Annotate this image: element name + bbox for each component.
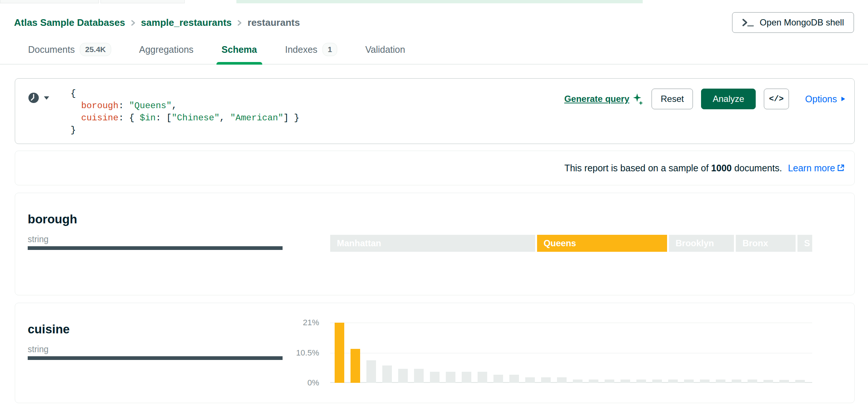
learn-more-link[interactable]: Learn more	[788, 163, 845, 174]
cuisine-bar[interactable]	[589, 380, 598, 383]
collection-header: Atlas Sample Databasessample_restaurants…	[0, 3, 868, 33]
tab-badge: 1	[322, 43, 337, 56]
cuisine-bar[interactable]	[478, 372, 487, 383]
tab-label: Documents	[28, 44, 75, 55]
cuisine-bar[interactable]	[668, 380, 678, 383]
inactive-tab-remnant	[100, 0, 185, 3]
code-toggle-button[interactable]: </>	[764, 89, 789, 109]
field-type-label[interactable]: string	[28, 234, 286, 244]
external-link-icon	[837, 164, 845, 172]
sparkle-icon	[632, 93, 643, 105]
inactive-tab-remnant	[0, 0, 99, 3]
cuisine-bar[interactable]	[541, 377, 551, 383]
open-mongodb-shell-button[interactable]: Open MongoDB shell	[732, 12, 854, 33]
cuisine-bar[interactable]	[684, 380, 694, 383]
query-code-line: {	[71, 87, 299, 100]
field-type-bar[interactable]	[28, 356, 283, 360]
query-code-line: borough: "Queens",	[71, 100, 299, 112]
tab-documents[interactable]: Documents25.4K	[26, 35, 113, 64]
query-code-line: }	[71, 124, 299, 136]
query-bar[interactable]: { borough: "Queens", cuisine: { $in: ["C…	[15, 78, 855, 144]
cuisine-bar[interactable]	[414, 369, 424, 383]
cuisine-plot	[330, 323, 812, 383]
tab-validation[interactable]: Validation	[363, 35, 407, 64]
field-name: borough	[28, 212, 286, 226]
cuisine-bar[interactable]	[716, 380, 725, 383]
tab-bar: Documents25.4KAggregationsSchemaIndexes1…	[0, 35, 868, 65]
segment-label: Brooklyn	[669, 235, 714, 252]
tab-aggregations[interactable]: Aggregations	[137, 35, 196, 64]
analyze-button[interactable]: Analyze	[701, 89, 755, 109]
cuisine-bar[interactable]	[652, 380, 662, 383]
sample-text-prefix: This report is based on a sample of	[564, 163, 711, 173]
segment-label: Manhattan	[330, 235, 381, 252]
query-bar-controls: Generate query Reset Analyze </> Options	[564, 88, 845, 110]
field-name: cuisine	[28, 322, 286, 336]
breadcrumb-item[interactable]: Atlas Sample Databases	[14, 17, 125, 28]
cuisine-bar[interactable]	[446, 372, 455, 383]
borough-segment-queens[interactable]: Queens	[537, 235, 667, 252]
terminal-icon	[742, 18, 755, 27]
cuisine-chart: 21%10.5%0%	[278, 323, 812, 383]
tab-schema[interactable]: Schema	[219, 35, 259, 64]
generate-query-label: Generate query	[564, 94, 629, 104]
reset-button[interactable]: Reset	[652, 89, 693, 109]
analyze-label: Analyze	[712, 94, 744, 104]
query-code[interactable]: { borough: "Queens", cuisine: { $in: ["C…	[71, 87, 299, 144]
sample-text-suffix: documents.	[732, 163, 782, 173]
tab-label: Aggregations	[139, 44, 194, 55]
tab-label: Schema	[222, 44, 257, 55]
cuisine-bar[interactable]	[795, 380, 805, 383]
cuisine-bar[interactable]	[700, 380, 710, 383]
field-type-label[interactable]: string	[28, 344, 286, 354]
breadcrumb: Atlas Sample Databasessample_restaurants…	[14, 17, 300, 28]
cuisine-bar[interactable]	[779, 380, 789, 383]
y-axis-label: 0%	[307, 378, 319, 388]
query-history-clock-icon[interactable]	[28, 92, 40, 104]
cuisine-bar[interactable]	[351, 349, 360, 383]
tab-label: Validation	[365, 44, 405, 55]
cuisine-bar[interactable]	[763, 380, 773, 383]
field-card-borough: borough string ManhattanQueensBrooklynBr…	[15, 193, 855, 295]
options-button[interactable]: Options	[805, 94, 845, 104]
cuisine-bar[interactable]	[557, 377, 567, 383]
query-history-control[interactable]	[28, 90, 50, 106]
cuisine-bar[interactable]	[366, 360, 376, 383]
cuisine-bar[interactable]	[430, 372, 440, 383]
cuisine-bar[interactable]	[509, 375, 519, 383]
cuisine-bar[interactable]	[493, 375, 503, 383]
cuisine-bar[interactable]	[732, 380, 741, 383]
field-info: borough string	[28, 212, 286, 250]
cuisine-bar[interactable]	[621, 380, 630, 383]
options-label: Options	[805, 94, 837, 104]
shell-button-label: Open MongoDB shell	[760, 17, 844, 28]
cuisine-bar[interactable]	[525, 377, 535, 383]
borough-segment-manhattan[interactable]: Manhattan	[330, 235, 535, 252]
cuisine-bar[interactable]	[573, 380, 582, 383]
schema-page: Atlas Sample Databasessample_restaurants…	[0, 0, 868, 412]
chevron-down-icon[interactable]	[43, 96, 50, 100]
borough-segment-s[interactable]: S	[797, 235, 812, 252]
cuisine-yaxis: 21%10.5%0%	[278, 323, 319, 383]
sample-report-text: This report is based on a sample of 1000…	[564, 163, 782, 174]
borough-segment-brooklyn[interactable]: Brooklyn	[669, 235, 734, 252]
tab-label: Indexes	[285, 44, 318, 55]
cuisine-bar[interactable]	[335, 323, 344, 383]
field-type-bar[interactable]	[28, 246, 283, 250]
cuisine-bars	[335, 323, 812, 383]
code-icon: </>	[769, 95, 784, 104]
borough-segment-bronx[interactable]: Bronx	[736, 235, 796, 252]
generate-query-button[interactable]: Generate query	[564, 93, 643, 105]
borough-chart: ManhattanQueensBrooklynBronxS	[330, 235, 812, 252]
breadcrumb-item[interactable]: sample_restaurants	[141, 17, 232, 28]
learn-more-label: Learn more	[788, 163, 835, 174]
cuisine-bar[interactable]	[636, 380, 646, 383]
cuisine-bar[interactable]	[605, 380, 614, 383]
query-code-line: cuisine: { $in: ["Chinese", "American"] …	[71, 112, 299, 124]
cuisine-bar[interactable]	[382, 365, 392, 383]
tab-indexes[interactable]: Indexes1	[283, 35, 339, 64]
cuisine-bar[interactable]	[398, 369, 408, 383]
segment-label: Queens	[537, 235, 576, 252]
cuisine-bar[interactable]	[748, 380, 757, 383]
cuisine-bar[interactable]	[462, 372, 471, 383]
